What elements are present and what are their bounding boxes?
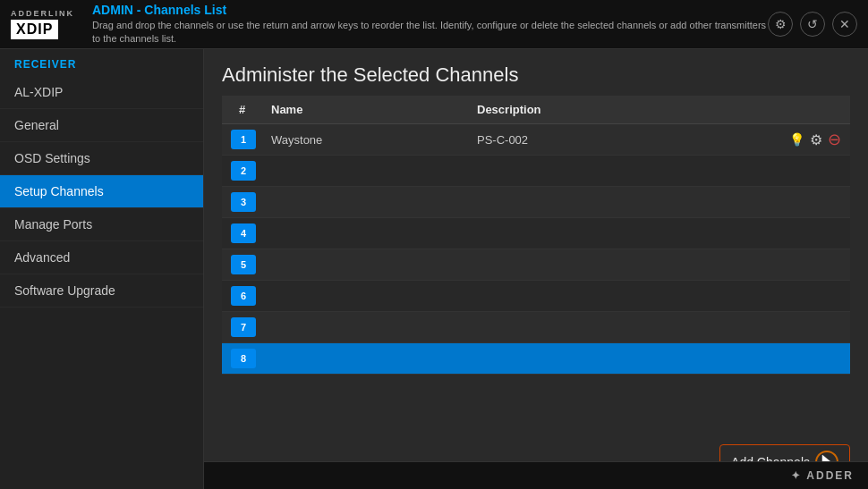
channels-table: # Name Description 1WaystonePS-C-002💡⚙⊖2… <box>222 96 850 435</box>
table-row[interactable]: 8 <box>222 343 850 375</box>
adder-logo: ✦ ADDER <box>791 469 854 482</box>
brand-text: ADDERLINK <box>11 9 74 18</box>
table-row[interactable]: 3 <box>222 187 850 218</box>
row-num-cell: 4 <box>222 218 262 249</box>
sidebar-item-software-upgrade[interactable]: Software Upgrade <box>0 274 203 308</box>
settings-icon[interactable]: ⚙ <box>768 12 793 37</box>
row-name <box>262 281 468 312</box>
sidebar-receiver-label: RECEIVER <box>0 49 203 76</box>
footer: ✦ ADDER <box>204 461 868 489</box>
configure-icon[interactable]: ⚙ <box>810 131 822 148</box>
col-name: Name <box>262 96 468 124</box>
row-name <box>262 156 468 187</box>
row-name: Waystone <box>262 124 468 156</box>
row-description <box>468 312 850 343</box>
sidebar-item-general[interactable]: General <box>0 109 203 142</box>
main-layout: RECEIVER AL-XDIP General OSD Settings Se… <box>0 49 868 489</box>
sidebar-item-advanced[interactable]: Advanced <box>0 241 203 274</box>
row-num-cell: 5 <box>222 249 262 281</box>
row-description <box>468 249 850 281</box>
row-num-cell: 6 <box>222 281 262 312</box>
page-heading: ADMIN - Channels List <box>92 3 768 17</box>
row-name <box>262 343 468 375</box>
table-row[interactable]: 1WaystonePS-C-002💡⚙⊖ <box>222 124 850 156</box>
table-row[interactable]: 5 <box>222 249 850 281</box>
row-number: 8 <box>231 349 256 368</box>
row-number: 6 <box>231 286 256 306</box>
row-description <box>468 343 850 375</box>
row-name <box>262 312 468 343</box>
row-description <box>468 187 850 218</box>
row-description: PS-C-002💡⚙⊖ <box>468 124 850 156</box>
row-name <box>262 218 468 249</box>
table-row[interactable]: 7 <box>222 312 850 343</box>
row-name <box>262 187 468 218</box>
row-num-cell: 7 <box>222 312 262 343</box>
sidebar-item-manage-ports[interactable]: Manage Ports <box>0 208 203 241</box>
row-num-cell: 8 <box>222 343 262 375</box>
col-description: Description <box>468 96 850 124</box>
refresh-icon[interactable]: ↺ <box>800 12 825 37</box>
row-num-cell: 1 <box>222 124 262 156</box>
sidebar-item-al-xdip[interactable]: AL-XDIP <box>0 76 203 109</box>
row-num-cell: 3 <box>222 187 262 218</box>
row-name <box>262 249 468 281</box>
row-number: 1 <box>231 130 256 149</box>
page-title: Administer the Selected Channels <box>204 49 868 96</box>
table-row[interactable]: 4 <box>222 218 850 249</box>
sidebar-item-osd-settings[interactable]: OSD Settings <box>0 142 203 175</box>
col-num: # <box>222 96 262 124</box>
table-row[interactable]: 2 <box>222 156 850 187</box>
page-subtitle: Drag and drop the channels or use the re… <box>92 19 768 46</box>
header-title-area: ADMIN - Channels List Drag and drop the … <box>74 3 768 46</box>
sidebar-item-setup-channels[interactable]: Setup Channels <box>0 175 203 208</box>
row-number: 4 <box>231 223 256 243</box>
row-num-cell: 2 <box>222 156 262 187</box>
channels-list-table: # Name Description 1WaystonePS-C-002💡⚙⊖2… <box>222 96 850 375</box>
row-number: 7 <box>231 317 256 337</box>
row-action-icons: 💡⚙⊖ <box>789 130 841 149</box>
header-icons: ⚙ ↺ ✕ <box>768 12 857 37</box>
row-description <box>468 218 850 249</box>
row-number: 5 <box>231 255 256 274</box>
content-area: Administer the Selected Channels # Name … <box>204 49 868 489</box>
row-description <box>468 156 850 187</box>
table-row[interactable]: 6 <box>222 281 850 312</box>
top-header: ADDERLINK XDIP ADMIN - Channels List Dra… <box>0 0 868 49</box>
row-number: 2 <box>231 161 256 181</box>
close-icon[interactable]: ✕ <box>832 12 857 37</box>
row-number: 3 <box>231 192 256 212</box>
logo-area: ADDERLINK XDIP <box>11 9 74 39</box>
sidebar: RECEIVER AL-XDIP General OSD Settings Se… <box>0 49 204 489</box>
row-description <box>468 281 850 312</box>
product-logo: XDIP <box>11 20 58 39</box>
identify-icon[interactable]: 💡 <box>789 132 804 147</box>
delete-icon[interactable]: ⊖ <box>828 130 841 149</box>
